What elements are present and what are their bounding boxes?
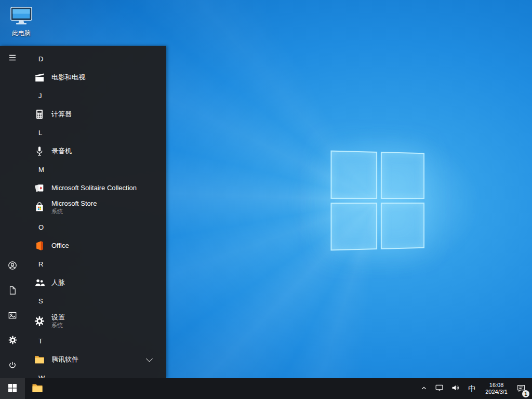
microphone-icon bbox=[33, 145, 46, 157]
app-label: Microsoft Store bbox=[51, 200, 97, 208]
desktop-screen: 此电脑 bbox=[0, 0, 532, 399]
network-button[interactable] bbox=[431, 378, 447, 399]
taskbar: 中 16:08 2024/3/1 1 bbox=[0, 378, 532, 399]
ime-indicator[interactable]: 中 bbox=[463, 378, 481, 399]
section-letter-label: R bbox=[38, 260, 43, 268]
notification-badge: 1 bbox=[522, 390, 529, 397]
pictures-button[interactable] bbox=[0, 303, 25, 328]
volume-button[interactable] bbox=[447, 378, 463, 399]
speaker-icon bbox=[451, 383, 460, 394]
app-sublabel: 系统 bbox=[51, 208, 97, 215]
system-tray: 中 16:08 2024/3/1 1 bbox=[417, 378, 532, 399]
network-icon bbox=[435, 383, 444, 394]
movies-tv-icon bbox=[33, 71, 46, 84]
app-item-calculator[interactable]: 计算器 bbox=[25, 105, 166, 123]
people-icon bbox=[33, 276, 46, 289]
section-letter-d[interactable]: D bbox=[25, 49, 166, 69]
section-letter-label: J bbox=[38, 92, 42, 100]
app-text: 设置 系统 bbox=[51, 314, 65, 329]
folder-icon bbox=[33, 353, 46, 366]
power-button[interactable] bbox=[0, 353, 25, 378]
windows-logo-icon bbox=[8, 384, 17, 394]
desktop-icon-label: 此电脑 bbox=[12, 29, 31, 38]
action-center-button[interactable]: 1 bbox=[512, 378, 532, 399]
section-letter-label: W bbox=[38, 374, 45, 378]
taskbar-clock[interactable]: 16:08 2024/3/1 bbox=[481, 378, 512, 399]
section-letter-t[interactable]: T bbox=[25, 331, 166, 351]
gear-icon bbox=[33, 315, 46, 327]
app-text: 计算器 bbox=[51, 111, 72, 118]
gear-icon bbox=[8, 335, 18, 347]
app-label: Office bbox=[51, 242, 69, 250]
computer-monitor-icon bbox=[10, 6, 33, 28]
document-icon bbox=[8, 286, 17, 297]
hidden-icons-button[interactable] bbox=[417, 378, 431, 399]
folder-icon bbox=[31, 382, 44, 396]
start-expand-button[interactable] bbox=[0, 46, 25, 71]
app-text: 电影和电视 bbox=[51, 74, 85, 82]
app-text: 人脉 bbox=[51, 279, 65, 287]
app-label: 电影和电视 bbox=[51, 74, 85, 82]
clock-date: 2024/3/1 bbox=[485, 389, 508, 395]
section-letter-o[interactable]: O bbox=[25, 218, 166, 237]
chevron-down-icon[interactable] bbox=[146, 355, 153, 362]
start-menu-rail bbox=[0, 46, 25, 378]
section-letter-label: T bbox=[38, 337, 43, 345]
app-label: 设置 bbox=[51, 314, 65, 322]
section-letter-label: S bbox=[38, 297, 43, 305]
app-text: 录音机 bbox=[51, 148, 72, 155]
desktop-icon-this-pc[interactable]: 此电脑 bbox=[4, 4, 38, 40]
app-text: Microsoft Store 系统 bbox=[51, 200, 97, 215]
app-label: 录音机 bbox=[51, 148, 72, 155]
section-letter-m[interactable]: M bbox=[25, 160, 166, 179]
solitaire-cards-icon bbox=[33, 182, 46, 194]
app-label: 人脉 bbox=[51, 279, 65, 287]
user-icon bbox=[7, 260, 18, 272]
section-letter-label: L bbox=[38, 129, 42, 137]
app-label: 计算器 bbox=[51, 111, 72, 118]
app-text: 腾讯软件 bbox=[51, 356, 78, 364]
app-text: Office bbox=[51, 242, 69, 250]
app-item-movies-tv[interactable]: 电影和电视 bbox=[25, 69, 166, 86]
section-letter-label: D bbox=[38, 55, 43, 63]
calculator-icon bbox=[33, 108, 46, 121]
documents-button[interactable] bbox=[0, 278, 25, 303]
section-letter-r[interactable]: R bbox=[25, 255, 166, 274]
account-button[interactable] bbox=[0, 254, 25, 278]
logo-pane bbox=[330, 203, 377, 251]
app-sublabel: 系统 bbox=[51, 322, 65, 329]
section-letter-j[interactable]: J bbox=[25, 86, 166, 105]
app-item-office[interactable]: Office bbox=[25, 237, 166, 255]
clock-time: 16:08 bbox=[489, 382, 504, 389]
app-label: 腾讯软件 bbox=[51, 356, 78, 364]
app-item-people[interactable]: 人脉 bbox=[25, 274, 166, 291]
app-item-voice-recorder[interactable]: 录音机 bbox=[25, 142, 166, 160]
start-menu-app-list: D 电影和电视 J 计算器 bbox=[25, 46, 166, 378]
file-explorer-button[interactable] bbox=[25, 378, 50, 399]
hamburger-icon bbox=[8, 53, 17, 64]
section-letter-w[interactable]: W bbox=[25, 368, 166, 378]
logo-pane bbox=[380, 152, 424, 198]
settings-button[interactable] bbox=[0, 328, 25, 353]
windows-wallpaper-logo bbox=[330, 151, 424, 251]
app-item-solitaire[interactable]: Microsoft Solitaire Collection bbox=[25, 179, 166, 197]
start-menu: D 电影和电视 J 计算器 bbox=[0, 46, 166, 378]
logo-pane bbox=[330, 151, 377, 199]
rail-bottom-group bbox=[0, 254, 25, 378]
section-letter-label: O bbox=[38, 223, 44, 231]
app-label: Microsoft Solitaire Collection bbox=[51, 184, 137, 192]
store-icon bbox=[33, 201, 46, 214]
section-letter-label: M bbox=[38, 166, 44, 174]
app-item-microsoft-store[interactable]: Microsoft Store 系统 bbox=[25, 197, 166, 218]
app-text: Microsoft Solitaire Collection bbox=[51, 184, 137, 192]
section-letter-l[interactable]: L bbox=[25, 123, 166, 142]
chevron-up-icon bbox=[420, 384, 428, 393]
office-icon bbox=[33, 240, 46, 252]
pictures-icon bbox=[8, 311, 17, 322]
logo-pane bbox=[380, 202, 424, 249]
app-item-tencent-folder[interactable]: 腾讯软件 bbox=[25, 351, 166, 368]
start-button[interactable] bbox=[0, 378, 25, 399]
power-icon bbox=[8, 361, 17, 371]
app-item-settings[interactable]: 设置 系统 bbox=[25, 311, 166, 331]
section-letter-s[interactable]: S bbox=[25, 291, 166, 311]
